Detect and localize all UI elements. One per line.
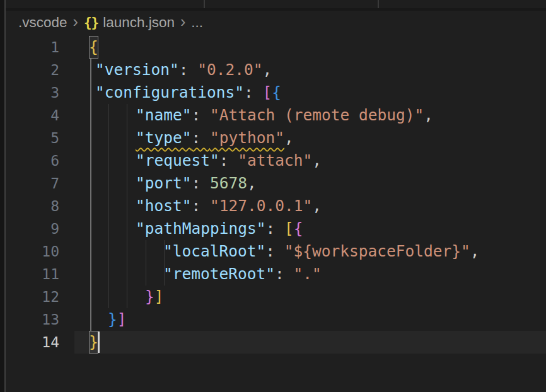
token: , bbox=[424, 106, 433, 124]
token: "0.2.0" bbox=[197, 61, 262, 79]
line-number[interactable]: 10 bbox=[6, 240, 74, 263]
token: , bbox=[247, 174, 257, 192]
code-line-2[interactable]: 2"version": "0.2.0", bbox=[6, 59, 546, 81]
token: , bbox=[312, 151, 322, 170]
code-line-5[interactable]: 5"type": "python", bbox=[6, 127, 546, 149]
code-text: { bbox=[74, 36, 98, 59]
line-number[interactable]: 14 bbox=[6, 331, 74, 354]
token: "version" bbox=[95, 61, 179, 79]
token: : bbox=[265, 242, 284, 260]
token: "type" bbox=[136, 129, 192, 147]
code-line-1[interactable]: 1{ bbox=[6, 36, 546, 59]
token: [ bbox=[263, 83, 272, 101]
token: : bbox=[266, 219, 285, 238]
line-number[interactable]: 11 bbox=[6, 263, 74, 285]
code-line-content[interactable]: "localRoot": "${workspaceFolder}", bbox=[74, 240, 546, 263]
line-number[interactable]: 4 bbox=[6, 104, 74, 127]
line-number[interactable]: 13 bbox=[6, 308, 74, 331]
code-line-14[interactable]: 14} bbox=[6, 331, 546, 354]
token: , bbox=[312, 197, 322, 215]
breadcrumb-item-vscode[interactable]: .vscode bbox=[18, 14, 67, 31]
token: : bbox=[244, 83, 263, 101]
token: "." bbox=[294, 265, 322, 283]
code-line-content[interactable]: "request": "attach", bbox=[74, 149, 546, 172]
line-number[interactable]: 5 bbox=[6, 127, 74, 149]
token: ] bbox=[154, 287, 164, 306]
token: "127.0.0.1" bbox=[210, 197, 312, 215]
token: "${workspaceFolder}" bbox=[284, 242, 470, 260]
code-line-content[interactable]: "host": "127.0.0.1", bbox=[74, 195, 546, 217]
token: "port" bbox=[136, 174, 192, 192]
token: ] bbox=[117, 310, 127, 328]
code-line-6[interactable]: 6"request": "attach", bbox=[6, 149, 546, 172]
token: , bbox=[263, 61, 272, 79]
code-text: "request": "attach", bbox=[74, 149, 322, 172]
token: "pathMappings" bbox=[136, 219, 266, 238]
tab-remnant-1[interactable] bbox=[6, 0, 204, 8]
code-line-9[interactable]: 9"pathMappings": [{ bbox=[6, 217, 546, 240]
tab-bar bbox=[6, 0, 546, 11]
code-line-content[interactable]: { bbox=[74, 36, 546, 59]
code-text: "name": "Attach (remote debug)", bbox=[74, 104, 433, 127]
chevron-right-icon: › bbox=[180, 13, 185, 31]
code-line-3[interactable]: 3"configurations": [{ bbox=[6, 81, 546, 104]
line-number[interactable]: 3 bbox=[6, 81, 74, 104]
code-line-content[interactable]: } bbox=[74, 331, 546, 354]
code-line-12[interactable]: 12}] bbox=[6, 285, 546, 308]
code-line-13[interactable]: 13}] bbox=[6, 308, 546, 331]
code-line-content[interactable]: "configurations": [{ bbox=[74, 81, 546, 104]
token: "remoteRoot" bbox=[163, 265, 275, 283]
warning-squiggle: "type": "python" bbox=[136, 129, 284, 147]
token: , bbox=[470, 242, 480, 260]
code-line-8[interactable]: 8"host": "127.0.0.1", bbox=[6, 195, 546, 217]
code-line-content[interactable]: "name": "Attach (remote debug)", bbox=[74, 104, 546, 127]
token: 5678 bbox=[210, 174, 247, 192]
token: } bbox=[145, 287, 154, 306]
code-line-7[interactable]: 7"port": 5678, bbox=[6, 172, 546, 195]
breadcrumb: .vscode › {} launch.json › ... bbox=[6, 11, 546, 35]
code-text: "port": 5678, bbox=[74, 172, 257, 195]
code-line-content[interactable]: "version": "0.2.0", bbox=[74, 59, 546, 81]
code-line-11[interactable]: 11"remoteRoot": "." bbox=[6, 263, 546, 285]
matched-bracket: } bbox=[89, 331, 98, 354]
code-editor[interactable]: 1{2"version": "0.2.0",3"configurations":… bbox=[6, 36, 546, 354]
code-line-content[interactable]: "port": 5678, bbox=[74, 172, 546, 195]
token: "host" bbox=[136, 197, 192, 215]
chevron-right-icon: › bbox=[73, 13, 78, 31]
code-text: "localRoot": "${workspaceFolder}", bbox=[74, 240, 480, 263]
token: "name" bbox=[136, 106, 192, 124]
code-line-content[interactable]: }] bbox=[74, 285, 546, 308]
code-line-content[interactable]: "remoteRoot": "." bbox=[74, 263, 546, 285]
code-line-10[interactable]: 10"localRoot": "${workspaceFolder}", bbox=[6, 240, 546, 263]
token: : bbox=[192, 106, 211, 124]
code-text: "type": "python", bbox=[74, 127, 294, 149]
code-line-content[interactable]: "pathMappings": [{ bbox=[74, 217, 546, 240]
code-line-content[interactable]: }] bbox=[74, 308, 546, 331]
token: } bbox=[108, 310, 117, 328]
code-line-4[interactable]: 4"name": "Attach (remote debug)", bbox=[6, 104, 546, 127]
window-left-strip bbox=[0, 0, 4, 392]
token: : bbox=[275, 265, 294, 283]
token: : bbox=[192, 174, 211, 192]
code-text: "version": "0.2.0", bbox=[74, 59, 272, 81]
line-number[interactable]: 6 bbox=[6, 149, 74, 172]
code-text: "pathMappings": [{ bbox=[74, 217, 303, 240]
breadcrumb-item-launch-json[interactable]: {} launch.json bbox=[84, 14, 175, 31]
token: : bbox=[192, 129, 211, 147]
line-number[interactable]: 7 bbox=[6, 172, 74, 195]
token: "localRoot" bbox=[163, 242, 265, 260]
tab-remnant-3[interactable] bbox=[379, 0, 546, 8]
breadcrumb-item-symbols[interactable]: ... bbox=[191, 14, 203, 31]
line-number[interactable]: 1 bbox=[6, 36, 74, 59]
line-number[interactable]: 9 bbox=[6, 217, 74, 240]
token: "python" bbox=[210, 129, 284, 147]
code-line-content[interactable]: "type": "python", bbox=[74, 127, 546, 149]
breadcrumb-item-label: launch.json bbox=[103, 14, 175, 31]
matched-bracket: { bbox=[89, 36, 98, 59]
line-number[interactable]: 12 bbox=[6, 285, 74, 308]
token: : bbox=[219, 151, 238, 170]
code-text: }] bbox=[74, 308, 127, 331]
line-number[interactable]: 8 bbox=[6, 195, 74, 217]
line-number[interactable]: 2 bbox=[6, 59, 74, 81]
tab-remnant-2[interactable] bbox=[205, 0, 378, 8]
